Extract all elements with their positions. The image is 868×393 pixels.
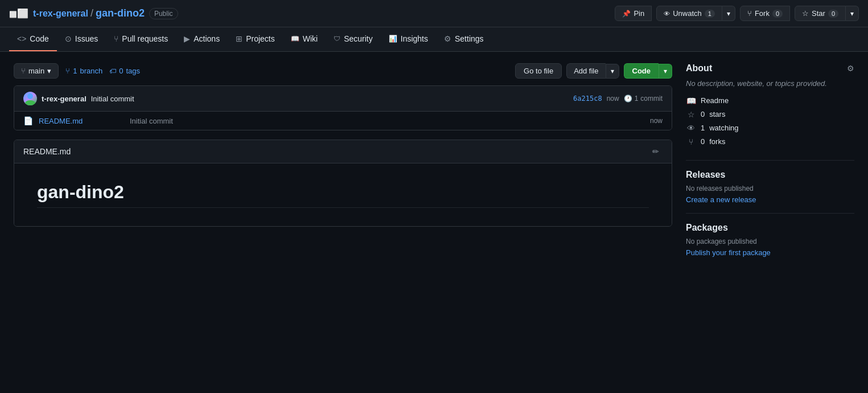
about-settings-button[interactable]: ⚙ [847, 64, 854, 73]
packages-none-text: No packages published [686, 238, 854, 245]
fork-count: 0 [772, 10, 783, 18]
pencil-icon: ✏ [652, 147, 659, 156]
fork-button[interactable]: ⑂ Fork 0 [740, 6, 790, 21]
repo-name[interactable]: gan-dino2 [96, 7, 145, 19]
readme-title: README.md [23, 147, 71, 156]
unwatch-button[interactable]: 👁 Unwatch 1 [656, 6, 722, 21]
star-icon: ☆ [802, 9, 809, 18]
unwatch-count: 1 [705, 10, 715, 18]
pin-button[interactable]: 📌 Pin [615, 6, 652, 21]
add-file-dropdown-button[interactable]: ▾ [606, 64, 619, 79]
issues-icon: ⊙ [65, 34, 72, 43]
star-dropdown-button[interactable]: ▾ [846, 6, 859, 21]
insights-icon: 📊 [389, 35, 397, 43]
eye-icon: 👁 [664, 10, 670, 17]
commit-row: t-rex-general Initial commit 6a215c8 now… [14, 86, 672, 112]
packages-section: Packages No packages published Publish y… [686, 223, 854, 257]
tab-wiki-label: Wiki [303, 34, 318, 43]
pin-icon: 📌 [622, 10, 631, 18]
about-section: About ⚙ No description, website, or topi… [686, 63, 854, 146]
tab-code[interactable]: <> Code [9, 27, 57, 51]
tag-count: 0 [119, 67, 123, 75]
code-button-group: Code ▾ [624, 63, 673, 79]
tab-settings[interactable]: ⚙ Settings [436, 27, 492, 51]
content-area: ⑂ main ▾ ⑂ 1 branch 🏷 0 tags Go to file [14, 63, 672, 257]
tab-actions[interactable]: ▶ Actions [176, 27, 228, 51]
branch-selector-button[interactable]: ⑂ main ▾ [14, 63, 59, 79]
branch-name: main [28, 67, 44, 75]
main-container: ⑂ main ▾ ⑂ 1 branch 🏷 0 tags Go to file [0, 52, 868, 268]
watching-icon: 👁 [686, 124, 696, 133]
tab-wiki[interactable]: 📖 Wiki [283, 27, 326, 51]
goto-file-button[interactable]: Go to file [515, 63, 562, 79]
tab-insights[interactable]: 📊 Insights [381, 27, 436, 51]
tab-pull-requests[interactable]: ⑂ Pull requests [106, 27, 176, 51]
forks-count: 0 [701, 137, 705, 146]
readme-heading: gan-dino2 [37, 182, 649, 208]
about-stats: 📖 Readme ☆ 0 stars 👁 1 watching ⑂ 0 fork… [686, 96, 854, 146]
file-name[interactable]: README.md [39, 117, 124, 125]
edit-readme-button[interactable]: ✏ [649, 146, 663, 157]
code-dropdown-button[interactable]: ▾ [659, 64, 672, 79]
divider-1 [686, 160, 854, 161]
tag-icon: 🏷 [109, 67, 116, 75]
stars-icon: ☆ [686, 110, 696, 119]
pin-label: Pin [633, 9, 644, 18]
table-row: 📄 README.md Initial commit now [14, 112, 672, 130]
tab-settings-label: Settings [455, 34, 484, 43]
readme-header: README.md ✏ [14, 140, 672, 163]
commit-time: now [607, 95, 619, 103]
readme-box: README.md ✏ gan-dino2 [14, 140, 672, 227]
tab-projects[interactable]: ⊞ Projects [228, 27, 283, 51]
add-file-main-button[interactable]: Add file [566, 63, 605, 79]
releases-section: Releases No releases published Create a … [686, 170, 854, 204]
repo-owner-link[interactable]: t-rex-general [33, 9, 88, 19]
top-header: ⬜ t-rex-general / gan-dino2 Public 📌 Pin… [0, 0, 868, 27]
watching-stat: 👁 1 watching [686, 124, 854, 133]
about-title: About [686, 63, 712, 73]
security-icon: 🛡 [334, 35, 340, 43]
commit-label: commit [640, 95, 663, 103]
tab-projects-label: Projects [246, 34, 275, 43]
unwatch-button-group: 👁 Unwatch 1 ▾ [656, 6, 735, 21]
readme-stat: 📖 Readme [686, 96, 854, 105]
readme-content: gan-dino2 [14, 163, 672, 226]
packages-title: Packages [686, 223, 854, 233]
branch-toolbar-right: Go to file Add file ▾ Code ▾ [515, 63, 672, 79]
releases-none-text: No releases published [686, 185, 854, 193]
commit-count-num: 1 [635, 95, 639, 103]
create-release-link[interactable]: Create a new release [686, 195, 756, 204]
about-header: About ⚙ [686, 63, 854, 73]
star-button[interactable]: ☆ Star 0 [795, 6, 846, 21]
readme-label[interactable]: Readme [701, 96, 729, 105]
settings-icon: ⚙ [444, 34, 451, 43]
unwatch-label: Unwatch [673, 9, 702, 18]
tab-insights-label: Insights [401, 34, 428, 43]
tab-security[interactable]: 🛡 Security [326, 27, 381, 51]
svg-point-0 [27, 93, 33, 99]
commit-hash[interactable]: 6a215c8 [573, 95, 602, 103]
branch-icon: ⑂ [21, 67, 26, 75]
commit-author[interactable]: t-rex-general [42, 95, 87, 103]
wiki-icon: 📖 [291, 35, 299, 43]
stars-count: 0 [701, 110, 705, 118]
tab-issues[interactable]: ⊙ Issues [57, 27, 106, 51]
tag-count-link[interactable]: 🏷 0 tags [109, 67, 140, 75]
fork-label: Fork [755, 9, 770, 18]
header-right: 📌 Pin 👁 Unwatch 1 ▾ ⑂ Fork 0 ☆ Star 0 [615, 6, 859, 21]
unwatch-dropdown-button[interactable]: ▾ [722, 6, 735, 21]
pr-icon: ⑂ [114, 34, 118, 43]
branch-count-link[interactable]: ⑂ 1 branch [65, 67, 102, 75]
add-file-button-group: Add file ▾ [566, 63, 619, 79]
branch-fork-icon: ⑂ [65, 67, 70, 75]
branch-label: branch [80, 67, 102, 75]
branch-chevron-icon: ▾ [47, 67, 51, 75]
tab-issues-label: Issues [75, 34, 98, 43]
tab-pr-label: Pull requests [122, 34, 168, 43]
branch-count: 1 [73, 67, 77, 75]
projects-icon: ⊞ [236, 34, 242, 43]
tag-label: tags [126, 67, 140, 75]
star-button-group: ☆ Star 0 ▾ [795, 6, 859, 21]
publish-package-link[interactable]: Publish your first package [686, 248, 771, 257]
code-main-button[interactable]: Code [624, 63, 659, 79]
